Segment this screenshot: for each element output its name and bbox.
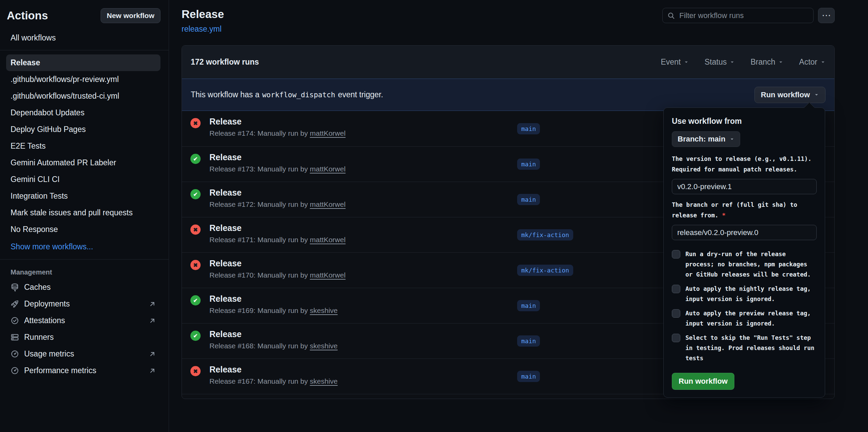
run-workflow-dropdown-button[interactable]: Run workflow xyxy=(754,87,826,103)
sidebar-item-workflow[interactable]: Gemini Automated PR Labeler xyxy=(6,154,160,171)
ref-input-description: The branch or ref (full git sha) to rele… xyxy=(672,200,817,221)
run-title-link[interactable]: Release xyxy=(209,187,517,198)
run-workflow-submit-button[interactable]: Run workflow xyxy=(672,373,734,390)
run-title-link[interactable]: Release xyxy=(209,116,517,127)
branch-badge[interactable]: main xyxy=(517,335,540,347)
sidebar-item-runners[interactable]: Runners xyxy=(6,329,160,346)
meter-icon xyxy=(11,350,19,358)
checkbox[interactable] xyxy=(672,334,680,342)
branch-badge[interactable]: main xyxy=(517,300,540,311)
run-title-link[interactable]: Release xyxy=(209,222,517,233)
branch-badge[interactable]: main xyxy=(517,123,540,134)
filter-dropdown-actor[interactable]: Actor xyxy=(799,57,826,67)
branch-badge[interactable]: mk/fix-action xyxy=(517,229,573,240)
version-input-description: The version to release (e.g., v0.1.11). … xyxy=(672,154,817,175)
checkbox[interactable] xyxy=(672,250,680,259)
branch-badge[interactable]: mk/fix-action xyxy=(517,265,573,276)
status-failure-icon: ✖ xyxy=(190,225,201,235)
run-filters: EventStatusBranchActor xyxy=(661,57,826,67)
run-main: ReleaseRelease #171: Manually run by mat… xyxy=(209,222,517,245)
run-title-link[interactable]: Release xyxy=(209,329,517,339)
run-actor-link[interactable]: skeshive xyxy=(310,306,338,314)
actions-sidebar: Actions New workflow All workflows Relea… xyxy=(0,0,169,432)
sidebar-item-all-workflows[interactable]: All workflows xyxy=(6,30,160,46)
sidebar-item-workflow[interactable]: Gemini CLI CI xyxy=(6,171,160,188)
sidebar-item-attestations[interactable]: Attestations xyxy=(6,312,160,329)
sidebar-item-workflow[interactable]: .github/workflows/pr-review.yml xyxy=(6,71,160,88)
run-subtitle: Release #167: Manually run by skeshive xyxy=(209,377,517,386)
workflow-dispatch-banner: This workflow has aworkflow_dispatcheven… xyxy=(182,79,834,111)
search-icon xyxy=(667,12,675,19)
checkbox-label: Auto apply the preview release tag, inpu… xyxy=(685,308,817,329)
filter-dropdown-branch[interactable]: Branch xyxy=(750,57,783,67)
run-title-link[interactable]: Release xyxy=(209,258,517,269)
chevron-down-icon xyxy=(820,60,826,65)
run-main: ReleaseRelease #173: Manually run by mat… xyxy=(209,152,517,174)
sidebar-item-workflow[interactable]: .github/workflows/trusted-ci.yml xyxy=(6,88,160,104)
chevron-down-icon xyxy=(730,60,735,65)
branch-badge[interactable]: main xyxy=(517,159,540,170)
status-success-icon: ✔ xyxy=(190,295,201,305)
sidebar-item-workflow[interactable]: Integration Tests xyxy=(6,188,160,204)
version-input[interactable] xyxy=(672,179,817,194)
checkbox-label: Auto apply the nightly release tag, inpu… xyxy=(685,284,817,304)
sidebar-item-deployments[interactable]: Deployments xyxy=(6,296,160,312)
ref-input[interactable] xyxy=(672,225,817,240)
run-subtitle: Release #170: Manually run by mattKorwel xyxy=(209,270,517,280)
filter-label: Actor xyxy=(799,57,817,67)
run-actor-link[interactable]: skeshive xyxy=(310,377,338,385)
workflow-list: Release.github/workflows/pr-review.yml.g… xyxy=(6,54,160,238)
run-title-link[interactable]: Release xyxy=(209,364,517,375)
sidebar-item-workflow[interactable]: No Response xyxy=(6,221,160,238)
sidebar-item-performance-metrics[interactable]: Performance metrics xyxy=(6,362,160,379)
run-actor-link[interactable]: mattKorwel xyxy=(310,165,345,173)
checkbox[interactable] xyxy=(672,285,680,293)
filter-workflow-runs-input[interactable] xyxy=(679,11,809,20)
sidebar-item-workflow[interactable]: Release xyxy=(6,54,160,71)
sidebar-item-workflow[interactable]: Mark stale issues and pull requests xyxy=(6,204,160,221)
run-title-link[interactable]: Release xyxy=(209,152,517,163)
management-item-label: Runners xyxy=(24,333,54,342)
sidebar-item-workflow[interactable]: Deploy GitHub Pages xyxy=(6,121,160,138)
filter-runs-searchbox[interactable] xyxy=(662,8,814,23)
show-more-workflows-link[interactable]: Show more workflows... xyxy=(6,238,160,255)
filter-dropdown-event[interactable]: Event xyxy=(661,57,689,67)
management-item-label: Performance metrics xyxy=(24,366,96,375)
run-subtitle: Release #172: Manually run by mattKorwel xyxy=(209,200,517,209)
run-title-link[interactable]: Release xyxy=(209,293,517,304)
filter-dropdown-status[interactable]: Status xyxy=(704,57,735,67)
sidebar-item-caches[interactable]: Caches xyxy=(6,279,160,296)
run-actor-link[interactable]: skeshive xyxy=(310,342,338,350)
status-failure-icon: ✖ xyxy=(190,260,201,270)
popup-checkbox-row: Run a dry-run of the release process; no… xyxy=(672,249,817,280)
ref-description-text: The branch or ref (full git sha) to rele… xyxy=(672,201,797,219)
sidebar-header: Actions New workflow xyxy=(7,8,160,23)
checkbox[interactable] xyxy=(672,309,680,318)
run-actor-link[interactable]: mattKorwel xyxy=(310,129,345,137)
workflow-options-kebab-button[interactable]: ⋯ xyxy=(818,8,835,23)
workflow-file-link[interactable]: release.yml xyxy=(182,24,224,34)
arrow-up-right-icon xyxy=(149,350,156,358)
management-list: CachesDeploymentsAttestationsRunnersUsag… xyxy=(0,279,169,379)
sidebar-item-workflow[interactable]: E2E Tests xyxy=(6,138,160,154)
branch-badge[interactable]: main xyxy=(517,194,540,205)
branch-badge[interactable]: main xyxy=(517,371,540,382)
page-header-actions: ⋯ xyxy=(662,8,835,23)
arrow-up-right-icon xyxy=(149,367,156,375)
chevron-down-icon xyxy=(778,60,783,65)
sidebar-item-workflow[interactable]: Dependabot Updates xyxy=(6,104,160,121)
run-main: ReleaseRelease #174: Manually run by mat… xyxy=(209,116,517,138)
verified-icon xyxy=(11,316,19,325)
runs-panel-header: 172 workflow runs EventStatusBranchActor xyxy=(182,46,834,79)
management-section-header: Management xyxy=(11,268,160,276)
new-workflow-button[interactable]: New workflow xyxy=(101,8,160,23)
run-actor-link[interactable]: mattKorwel xyxy=(310,271,345,279)
sidebar-item-usage-metrics[interactable]: Usage metrics xyxy=(6,346,160,362)
chevron-down-icon xyxy=(730,137,734,142)
status-failure-icon: ✖ xyxy=(190,366,201,376)
branch-selector-button[interactable]: Branch: main xyxy=(672,131,740,147)
management-item-label: Usage metrics xyxy=(24,349,74,359)
run-actor-link[interactable]: mattKorwel xyxy=(310,200,345,208)
run-actor-link[interactable]: mattKorwel xyxy=(310,236,345,244)
sidebar-divider xyxy=(0,259,169,260)
